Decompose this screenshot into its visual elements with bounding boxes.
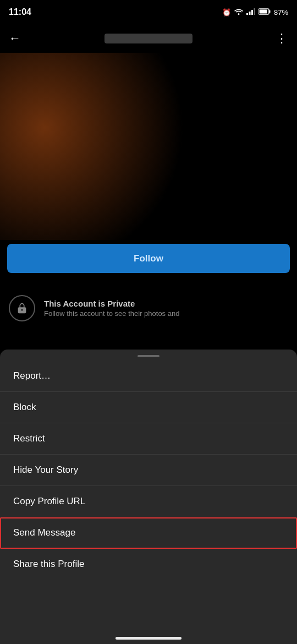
top-nav: ← ⋮ [0,24,297,53]
status-icons: ⏰ 87% [222,8,288,17]
svg-rect-3 [251,10,253,15]
menu-list: Report…BlockRestrictHide Your StoryCopy … [0,361,297,580]
follow-button[interactable]: Follow [7,244,290,273]
follow-label: Follow [134,253,163,264]
sheet-handle [138,355,160,357]
nav-username [105,34,193,43]
status-time: 11:04 [9,7,31,17]
menu-item[interactable]: Report… [0,361,297,392]
wifi-icon [234,8,243,17]
bottom-sheet: Report…BlockRestrictHide Your StoryCopy … [0,350,297,644]
svg-rect-1 [246,13,248,15]
menu-item[interactable]: Restrict [0,423,297,455]
private-account-notice: This Account is Private Follow this acco… [0,286,297,330]
battery-percent: 87% [274,8,288,17]
svg-point-0 [238,13,239,15]
svg-rect-2 [249,12,250,15]
status-bar: 11:04 ⏰ [0,0,297,24]
lock-icon [9,295,35,321]
menu-item[interactable]: Copy Profile URL [0,486,297,517]
menu-item[interactable]: Send Message [0,517,297,549]
private-text: This Account is Private Follow this acco… [44,299,179,318]
svg-rect-4 [254,8,255,15]
svg-rect-6 [269,10,270,13]
menu-item[interactable]: Share this Profile [0,549,297,580]
svg-rect-7 [259,9,267,13]
menu-item[interactable]: Hide Your Story [0,455,297,486]
battery-icon [258,8,271,17]
signal-icon [246,8,255,17]
home-indicator [116,637,182,640]
menu-item[interactable]: Block [0,392,297,423]
more-button[interactable]: ⋮ [276,31,288,46]
private-title: This Account is Private [44,299,179,308]
private-subtitle: Follow this account to see their photos … [44,309,179,318]
back-button[interactable]: ← [9,31,21,46]
alarm-icon: ⏰ [222,8,231,17]
profile-background [0,53,297,240]
